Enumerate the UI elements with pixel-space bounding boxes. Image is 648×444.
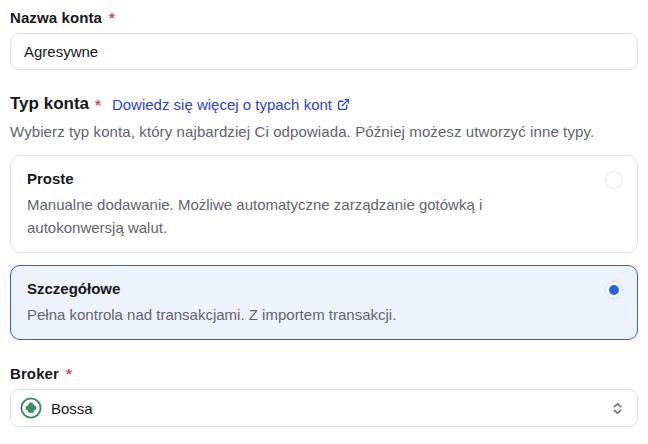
account-name-label-text: Nazwa konta xyxy=(10,9,102,26)
broker-select[interactable]: Bossa xyxy=(10,389,638,427)
option-description: Manualne dodawanie. Możliwe automatyczne… xyxy=(27,193,581,239)
account-type-title: Typ konta * xyxy=(10,94,101,114)
radio-button[interactable] xyxy=(605,171,623,189)
account-type-option-szczegolowe[interactable]: Szczegółowe Pełna kontrola nad transakcj… xyxy=(10,265,638,340)
chevron-up-down-icon xyxy=(610,401,625,416)
account-type-title-text: Typ konta xyxy=(10,94,89,114)
option-title: Szczegółowe xyxy=(27,280,581,297)
learn-more-link-text: Dowiedz się więcej o typach kont xyxy=(112,96,332,113)
account-type-header: Typ konta * Dowiedz się więcej o typach … xyxy=(10,94,638,114)
option-description: Pełna kontrola nad transakcjami. Z impor… xyxy=(27,303,581,326)
required-asterisk: * xyxy=(95,96,101,113)
required-asterisk: * xyxy=(109,9,115,26)
radio-button[interactable] xyxy=(605,281,623,299)
broker-label-text: Broker xyxy=(10,365,59,382)
account-type-description: Wybierz typ konta, który najbardziej Ci … xyxy=(10,123,638,140)
bossa-logo-icon xyxy=(20,397,42,419)
account-form: Nazwa konta * Typ konta * Dowiedz się wi… xyxy=(0,0,648,427)
account-type-option-proste[interactable]: Proste Manualne dodawanie. Możliwe autom… xyxy=(10,155,638,253)
account-name-input[interactable] xyxy=(10,33,638,70)
option-title: Proste xyxy=(27,170,581,187)
account-name-label: Nazwa konta * xyxy=(10,9,638,26)
external-link-icon xyxy=(337,98,350,111)
learn-more-link[interactable]: Dowiedz się więcej o typach kont xyxy=(112,96,350,113)
broker-selected-value: Bossa xyxy=(51,400,93,417)
required-asterisk: * xyxy=(66,365,72,382)
broker-label: Broker * xyxy=(10,365,638,382)
